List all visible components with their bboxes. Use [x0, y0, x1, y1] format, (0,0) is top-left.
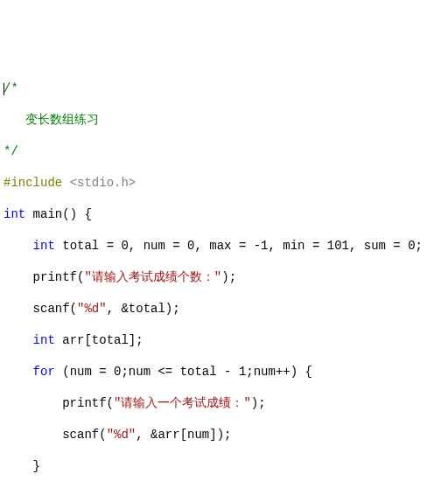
code-token: main() { [25, 207, 92, 221]
keyword-token: int [33, 239, 55, 253]
code-line: printf("请输入考试成绩个数："); [4, 269, 444, 285]
code-line: printf("请输入一个考试成绩："); [4, 395, 444, 411]
comment-token: */ [4, 144, 18, 158]
header-include-token: <stdio.h> [70, 176, 136, 190]
code-line: int main() { [4, 206, 444, 222]
keyword-token: int [33, 333, 55, 347]
comment-token: 变长数组练习 [4, 113, 99, 127]
code-line: scanf("%d", &arr[num]); [4, 427, 444, 443]
comment-token: /* [4, 81, 18, 95]
code-line: int arr[total]; [4, 332, 444, 348]
code-line: } [4, 458, 444, 474]
code-line: /* [4, 80, 444, 96]
preprocessor-token: #include [4, 176, 70, 190]
string-token: "请输入考试成绩个数：" [84, 270, 221, 284]
code-line: 变长数组练习 [4, 112, 444, 128]
code-line: #include <stdio.h> [4, 175, 444, 191]
string-token: "%d" [107, 428, 136, 442]
keyword-token: for [33, 365, 55, 379]
code-line: int total = 0, num = 0, max = -1, min = … [4, 238, 444, 254]
code-editor: /* 变长数组练习 */ #include <stdio.h> int main… [4, 65, 444, 488]
string-token: "请输入一个考试成绩：" [114, 396, 251, 410]
code-line: scanf("%d", &total); [4, 301, 444, 317]
code-line: */ [4, 143, 444, 159]
string-token: "%d" [77, 302, 107, 316]
code-line: for (num = 0;num <= total - 1;num++) { [4, 364, 444, 380]
keyword-token: int [4, 207, 25, 221]
